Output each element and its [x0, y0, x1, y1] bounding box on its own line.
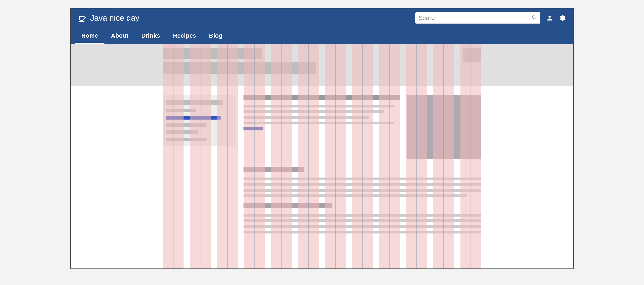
- text-line-placeholder: [244, 183, 481, 186]
- brand[interactable]: Java nice day: [78, 14, 140, 22]
- search-icon[interactable]: [531, 15, 537, 21]
- svg-point-1: [532, 16, 535, 18]
- svg-point-3: [548, 16, 550, 18]
- header-right: [416, 12, 566, 24]
- text-line-placeholder: [244, 178, 481, 180]
- article-block: [244, 95, 481, 158]
- header-bar: Java nice day: [71, 8, 573, 27]
- cup-icon: [78, 14, 86, 22]
- sidebar-card: [163, 95, 236, 146]
- paragraph-placeholder: [244, 214, 481, 236]
- article-heading-placeholder: [244, 95, 400, 100]
- sidebar-item-placeholder[interactable]: [166, 138, 206, 141]
- user-icon[interactable]: [546, 14, 553, 21]
- sidebar-item-placeholder[interactable]: [166, 130, 198, 134]
- text-line-placeholder: [244, 225, 481, 228]
- text-line-placeholder: [244, 194, 467, 197]
- body-area: [71, 95, 573, 236]
- nav-tab-blog[interactable]: Blog: [202, 27, 229, 44]
- text-line-placeholder: [244, 220, 481, 222]
- nav-tab-home[interactable]: Home: [75, 27, 104, 44]
- hero-badge-placeholder: [463, 48, 481, 62]
- text-line-placeholder: [244, 122, 394, 124]
- nav-tab-label: Blog: [209, 32, 222, 39]
- text-line-placeholder: [244, 105, 394, 108]
- nav-tab-about[interactable]: About: [104, 27, 135, 44]
- text-line-placeholder: [244, 116, 369, 119]
- app-window: Java nice day: [70, 8, 574, 269]
- text-line-placeholder: [244, 189, 481, 192]
- article-thumbnail-placeholder: [406, 95, 481, 158]
- section-heading-placeholder: [244, 167, 304, 172]
- nav-tab-label: About: [111, 32, 128, 39]
- gear-icon[interactable]: [559, 14, 566, 21]
- nav-tab-label: Drinks: [141, 32, 160, 39]
- text-line-placeholder: [244, 214, 481, 216]
- hero-subtitle-placeholder: [163, 62, 316, 74]
- search-input[interactable]: [418, 14, 531, 21]
- nav-tab-label: Recipes: [173, 32, 196, 39]
- nav-tab-label: Home: [81, 32, 98, 39]
- nav-tabs: Home About Drinks Recipes Blog: [71, 27, 573, 44]
- main-column: [244, 95, 481, 236]
- sidebar-item-placeholder[interactable]: [166, 123, 206, 127]
- search-box[interactable]: [416, 12, 540, 24]
- nav-tab-drinks[interactable]: Drinks: [135, 27, 166, 44]
- sidebar-heading-placeholder: [166, 100, 222, 105]
- nav-tab-recipes[interactable]: Recipes: [166, 27, 202, 44]
- brand-title: Java nice day: [90, 14, 140, 22]
- article-link-placeholder[interactable]: [244, 127, 263, 130]
- svg-line-2: [535, 18, 536, 20]
- sidebar-link-placeholder[interactable]: [166, 116, 220, 120]
- hero-title-placeholder: [163, 48, 262, 59]
- text-line-placeholder: [244, 110, 384, 113]
- sidebar-item-placeholder[interactable]: [166, 109, 196, 112]
- text-line-placeholder: [244, 231, 481, 234]
- paragraph-placeholder: [244, 178, 481, 203]
- hero-section: [71, 44, 573, 86]
- section-heading-placeholder: [244, 203, 332, 208]
